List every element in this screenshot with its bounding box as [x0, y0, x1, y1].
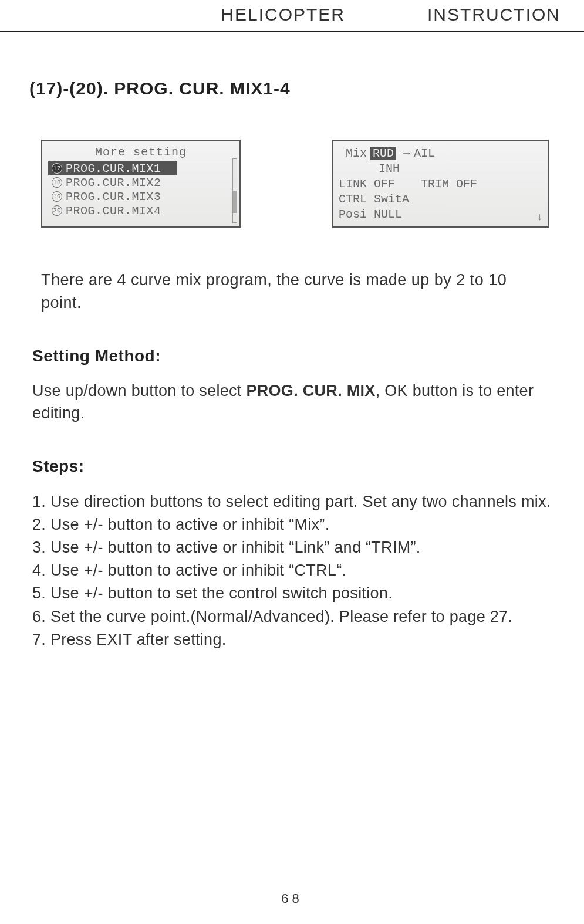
setting-method-heading: Setting Method:	[32, 347, 584, 365]
page-header: HELICOPTER INSTRUCTION	[0, 0, 584, 32]
page-number: 68	[0, 891, 584, 906]
menu-index-icon: 18	[52, 177, 62, 188]
arrow-right-icon: →	[403, 147, 410, 160]
menu-index-icon: 19	[52, 191, 62, 202]
scroll-thumb[interactable]	[233, 191, 237, 213]
menu-item-label: PROG.CUR.MIX2	[66, 176, 161, 189]
setting-method-text: Use up/down button to select PROG. CUR. …	[32, 380, 561, 425]
lcd-mix-screen: Mix RUD → AIL INH LINK OFF TRIM OFF CTRL…	[332, 140, 549, 228]
steps-heading: Steps:	[32, 457, 584, 476]
inh-value: INH	[379, 162, 400, 175]
text-bold: PROG. CUR. MIX	[246, 382, 375, 400]
menu-index-icon: 17	[52, 163, 62, 174]
lcd-menu-title: More setting	[48, 145, 234, 159]
menu-item-label: PROG.CUR.MIX1	[66, 162, 161, 175]
step-3: 3. Use +/- button to active or inhibit “…	[32, 536, 566, 559]
posi-value[interactable]: NULL	[374, 208, 402, 221]
steps-list: 1. Use direction buttons to select editi…	[32, 490, 566, 651]
trim-label: TRIM	[421, 177, 456, 191]
step-2: 2. Use +/- button to active or inhibit “…	[32, 513, 566, 536]
posi-row: Posi NULL	[339, 207, 542, 222]
intro-text: There are 4 curve mix program, the curve…	[41, 269, 549, 314]
menu-item-mix4[interactable]: 20 PROG.CUR.MIX4	[48, 204, 234, 218]
ctrl-value[interactable]: SwitA	[374, 192, 409, 206]
mix-to-value: AIL	[414, 147, 435, 160]
menu-item-mix1[interactable]: 17 PROG.CUR.MIX1	[48, 161, 177, 175]
text-pre: Use up/down button to select	[32, 382, 246, 400]
link-label: LINK	[339, 177, 374, 191]
header-right: INSTRUCTION	[427, 5, 561, 25]
link-trim-row: LINK OFF TRIM OFF	[339, 176, 542, 191]
lcd-screens: More setting 17 PROG.CUR.MIX1 18 PROG.CU…	[0, 99, 584, 228]
scroll-down-icon[interactable]: ↓	[536, 211, 543, 223]
ctrl-label: CTRL	[339, 192, 374, 206]
menu-item-label: PROG.CUR.MIX3	[66, 190, 161, 204]
link-value[interactable]: OFF	[374, 177, 421, 191]
trim-value[interactable]: OFF	[456, 177, 477, 191]
menu-item-mix2[interactable]: 18 PROG.CUR.MIX2	[48, 175, 234, 189]
menu-item-mix3[interactable]: 19 PROG.CUR.MIX3	[48, 189, 234, 204]
scrollbar[interactable]	[232, 158, 237, 223]
step-7: 7. Press EXIT after setting.	[32, 628, 566, 651]
section-title: (17)-(20). PROG. CUR. MIX1-4	[29, 79, 584, 99]
header-left: HELICOPTER	[221, 5, 345, 25]
mix-row: Mix RUD → AIL	[339, 145, 542, 161]
mix-label: Mix	[346, 147, 367, 160]
ctrl-row: CTRL SwitA	[339, 191, 542, 207]
posi-label: Posi	[339, 208, 374, 221]
step-1: 1. Use direction buttons to select editi…	[32, 490, 566, 513]
step-6: 6. Set the curve point.(Normal/Advanced)…	[32, 605, 566, 628]
inh-row: INH	[339, 161, 542, 176]
menu-index-icon: 20	[52, 205, 62, 216]
lcd-menu-screen: More setting 17 PROG.CUR.MIX1 18 PROG.CU…	[41, 140, 241, 228]
menu-item-label: PROG.CUR.MIX4	[66, 204, 161, 218]
step-4: 4. Use +/- button to active or inhibit “…	[32, 559, 566, 582]
mix-label	[339, 147, 346, 160]
page: HELICOPTER INSTRUCTION (17)-(20). PROG. …	[0, 0, 584, 924]
mix-from-value[interactable]: RUD	[370, 147, 396, 160]
step-5: 5. Use +/- button to set the control swi…	[32, 582, 566, 605]
